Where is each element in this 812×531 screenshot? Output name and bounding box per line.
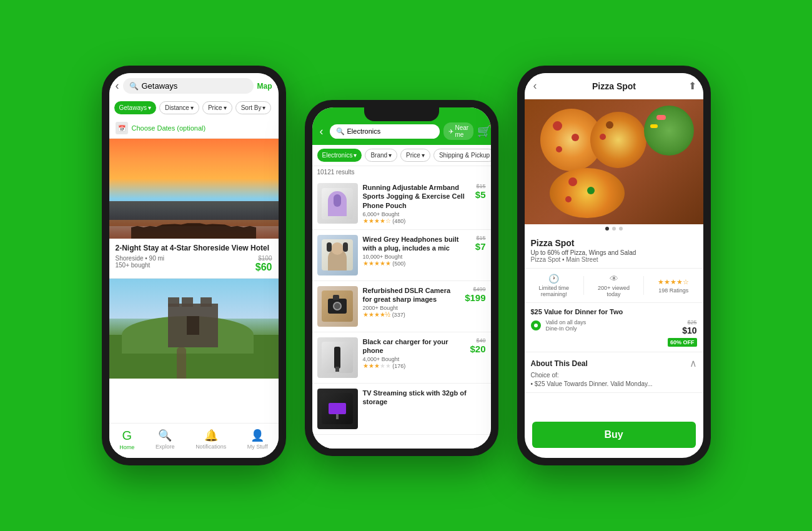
- stat-time: 🕐 Limited time remaining!: [531, 274, 578, 297]
- product-name-1: Running Adjustable Armband Sports Joggin…: [363, 183, 470, 210]
- search-input[interactable]: Getaways: [142, 81, 247, 91]
- product-item-1[interactable]: Running Adjustable Armband Sports Joggin…: [312, 178, 491, 230]
- nav-home[interactable]: G Home: [119, 429, 134, 450]
- p2-search-input[interactable]: Electronics: [347, 127, 433, 135]
- product-list: Running Adjustable Armband Sports Joggin…: [312, 178, 491, 449]
- product-old-price-3: $499: [465, 286, 485, 292]
- product-bought-4: 4,000+ Bought: [363, 356, 465, 362]
- filter-shipping[interactable]: Shipping & Pickup: [433, 149, 491, 162]
- product-info-3: Refurbished DSLR Camera for great sharp …: [363, 286, 460, 319]
- filter-distance[interactable]: Distance ▾: [159, 101, 199, 114]
- date-chooser[interactable]: 📅 Choose Dates (optional): [109, 118, 279, 139]
- filter-getaways[interactable]: Getaways ▾: [114, 101, 156, 114]
- nav-explore-label: Explore: [156, 444, 175, 450]
- clock-icon: 🕐: [548, 274, 559, 284]
- product-new-price-2: $7: [475, 241, 486, 252]
- share-icon[interactable]: ⬆: [688, 80, 696, 92]
- about-section: About This Deal ∧ Choice of: • $25 Value…: [525, 352, 703, 393]
- deal-bought-1: 150+ bought: [116, 262, 165, 269]
- product-info-5: TV Streaming stick with 32gb of storage: [363, 389, 486, 407]
- product-name-2: Wired Grey Headphones built with a plug,…: [363, 235, 470, 253]
- stat-ratings-label: 198 Ratings: [658, 287, 688, 294]
- deal-new-price-1: $60: [255, 262, 272, 273]
- calendar-icon: 📅: [116, 122, 128, 134]
- product-info-1: Running Adjustable Armband Sports Joggin…: [363, 183, 470, 224]
- product-item-3[interactable]: Refurbished DSLR Camera for great sharp …: [312, 281, 491, 332]
- phone1-search-bar: ‹ 🔍 Getaways Map: [109, 73, 279, 97]
- image-dots: [525, 224, 703, 233]
- filter-sortby[interactable]: Sort By ▾: [235, 101, 272, 114]
- product-thumb-3: [317, 286, 358, 327]
- back-icon[interactable]: ‹: [116, 79, 119, 92]
- nav-explore[interactable]: 🔍 Explore: [156, 429, 175, 450]
- cart-icon[interactable]: 🛒: [477, 124, 490, 138]
- phone-notch: [364, 107, 439, 121]
- nav-notifications[interactable]: 🔔 Notifications: [196, 429, 226, 450]
- p2-search-wrap[interactable]: 🔍 Electronics: [330, 124, 440, 139]
- filter-price-p2[interactable]: Price ▾: [400, 149, 430, 162]
- chevron-down-icon: ▾: [224, 104, 227, 111]
- buy-button[interactable]: Buy: [532, 422, 696, 448]
- filter-price[interactable]: Price ▾: [202, 101, 232, 114]
- phone1-screen: ‹ 🔍 Getaways Map Getaways ▾ Distance ▾ P…: [109, 73, 279, 458]
- about-header: About This Deal ∧: [531, 357, 697, 369]
- radio-selected[interactable]: [531, 320, 541, 330]
- star-rating: ★★★★☆: [658, 278, 689, 286]
- deal-old-price-1: $100: [255, 255, 272, 262]
- product-thumb-1: [317, 183, 358, 224]
- product-bought-3: 2000+ Bought: [363, 305, 460, 311]
- date-label: Choose Dates (optional): [132, 124, 206, 132]
- product-name-4: Black car charger for your phone: [363, 337, 465, 355]
- pizza-location: Pizza Spot • Main Street: [531, 256, 697, 263]
- filter-brand[interactable]: Brand ▾: [365, 149, 397, 162]
- product-old-price-2: $15: [475, 235, 486, 241]
- chevron-icon: ▾: [422, 152, 425, 159]
- collapse-icon[interactable]: ∧: [690, 357, 697, 369]
- product-name-5: TV Streaming stick with 32gb of storage: [363, 389, 486, 407]
- hero-sunset-image: [109, 139, 279, 239]
- deal-terms-2: Dine-In Only: [546, 325, 663, 332]
- stat-separator-1: [583, 276, 584, 295]
- p3-header: ‹ Pizza Spot ⬆: [525, 73, 703, 99]
- nav-mystuff[interactable]: 👤 My Stuff: [247, 429, 268, 450]
- about-content: Choice of:: [531, 372, 697, 379]
- product-item-4[interactable]: Black car charger for your phone 4,000+ …: [312, 332, 491, 384]
- person-icon: 👤: [250, 429, 264, 442]
- nav-notifications-label: Notifications: [196, 444, 226, 450]
- product-price-3: $499 $199: [465, 286, 485, 303]
- back-icon-p2[interactable]: ‹: [317, 124, 326, 139]
- buy-section: Buy: [525, 393, 703, 410]
- p3-title: Pizza Spot: [592, 81, 636, 91]
- product-name-3: Refurbished DSLR Camera for great sharp …: [363, 286, 460, 304]
- home-icon: G: [122, 429, 132, 443]
- map-label[interactable]: Map: [257, 82, 272, 91]
- filter-electronics[interactable]: Electronics ▾: [317, 149, 362, 162]
- product-stars-3: ★★★★½ (337): [363, 311, 460, 318]
- stat-views-label: 200+ viewed today: [590, 285, 637, 297]
- phone-pizza: ‹ Pizza Spot ⬆: [517, 66, 711, 465]
- search-icon-p2: 🔍: [336, 127, 345, 136]
- phone2-screen: ‹ 🔍 Electronics ✈ Near me 🛒 Electronics …: [312, 107, 491, 449]
- product-item-2[interactable]: Wired Grey Headphones built with a plug,…: [312, 230, 491, 281]
- pizza-subtitle: Up to 60% off Pizza, Wings and Salad: [531, 249, 697, 256]
- deal-option-section: $25 Value for Dinner for Two Valid on al…: [525, 303, 703, 352]
- product-new-price-4: $20: [470, 344, 485, 354]
- product-thumb-5: [317, 389, 358, 429]
- search-icon: 🔍: [129, 82, 139, 91]
- back-icon-p3[interactable]: ‹: [531, 78, 540, 94]
- bottom-nav: G Home 🔍 Explore 🔔 Notifications 👤 My St…: [109, 423, 279, 458]
- deal-card-1[interactable]: 2-Night Stay at 4-Star Shoreside View Ho…: [109, 239, 279, 279]
- near-me-tag[interactable]: ✈ Near me: [443, 122, 474, 140]
- pizza-stats: 🕐 Limited time remaining! 👁 200+ viewed …: [525, 269, 703, 303]
- dot-3: [619, 227, 623, 231]
- eye-icon: 👁: [610, 274, 618, 284]
- deal-option-header: $25 Value for Dinner for Two: [531, 308, 697, 315]
- product-item-5[interactable]: TV Streaming stick with 32gb of storage: [312, 384, 491, 435]
- product-bought-1: 6,000+ Bought: [363, 211, 470, 217]
- deal-terms-1: Valid on all days: [546, 319, 663, 325]
- product-price-4: $40 $20: [470, 337, 485, 354]
- pizza-name: Pizza Spot: [531, 238, 697, 248]
- deal-meta-1: Shoreside • 90 mi 150+ bought $100 $60: [116, 255, 272, 273]
- search-input-wrap[interactable]: 🔍 Getaways: [123, 78, 254, 94]
- deal-location-1: Shoreside • 90 mi: [116, 255, 165, 262]
